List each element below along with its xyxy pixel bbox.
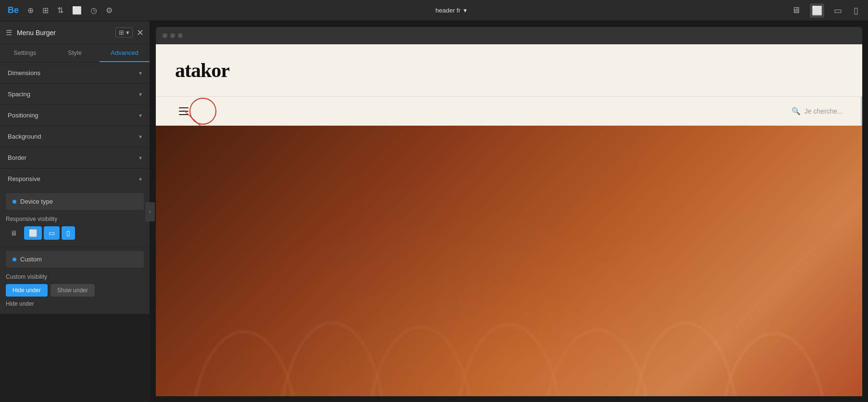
positioning-label: Positioning [8,112,38,119]
device-type-dot [13,200,16,204]
section-spacing-header[interactable]: Spacing ▾ [0,84,150,104]
top-toolbar: Be ⊕ ⊞ ⇅ ⬜ ◷ ⚙ header fr ▾ 🖥 ⬜ ▭ ▯ [0,0,868,21]
arch-decoration [156,126,862,396]
panel-title: Menu Burger [17,29,115,37]
left-panel-wrapper: ☰ Menu Burger ⊞ ▾ ✕ Settings Style [0,21,150,402]
preview-icon[interactable]: ⬜ [72,6,82,15]
custom-vis-buttons: Hide under Show under [6,284,144,297]
site-nav: 🔍 Je cherche... [156,96,862,126]
custom-dot [13,258,16,261]
dimensions-label: Dimensions [8,69,40,77]
vis-btn-desktop[interactable]: 🖥 [6,226,22,240]
tab-settings[interactable]: Settings [0,44,50,62]
device-desktop-btn[interactable]: 🖥 [790,3,802,17]
chevron-icon: ▾ [139,91,142,98]
section-border: Border ▾ [0,147,150,169]
show-under-btn[interactable]: Show under [50,284,95,297]
be-logo[interactable]: Be [8,5,19,15]
header-selector-label: header fr [435,7,460,14]
section-positioning: Positioning ▾ [0,105,150,126]
panel-collapse-toggle[interactable]: ‹ [145,202,155,221]
section-border-header[interactable]: Border ▾ [0,147,150,168]
right-border [861,97,862,126]
chevron-down-icon: ▾ [464,7,467,14]
burger-menu-btn[interactable] [175,103,192,120]
annotation-arrow [156,97,862,126]
responsive-content: Device type Responsive visibility 🖥 ⬜ ▭ … [0,189,150,246]
chevron-icon: ▾ [139,133,142,140]
layout-grid-icon: ⊞ [119,29,124,36]
chevron-icon: ▾ [139,155,142,161]
custom-label: Custom [20,256,42,263]
site-logo: atakor [175,59,843,82]
settings-icon[interactable]: ⚙ [106,6,113,15]
vis-btn-tablet-portrait[interactable]: ▭ [44,226,60,240]
section-dimensions: Dimensions ▾ [0,63,150,84]
header-selector[interactable]: header fr ▾ [435,7,466,14]
toolbar-left: Be ⊕ ⊞ ⇅ ⬜ ◷ ⚙ [8,5,113,15]
section-background-header[interactable]: Background ▾ [0,126,150,147]
section-custom: Custom Custom visibility Hide under Show… [0,247,150,314]
panel-close-btn[interactable]: ✕ [137,27,144,38]
device-type-row[interactable]: Device type [6,193,144,210]
canvas-area: atakor [150,21,868,402]
section-spacing: Spacing ▾ [0,84,150,105]
device-tablet-landscape-btn[interactable]: ⬜ [810,3,824,18]
search-placeholder[interactable]: Je cherche... [805,107,843,115]
browser-dot-2 [170,33,175,38]
tab-advanced[interactable]: Advanced [100,44,150,62]
section-dimensions-header[interactable]: Dimensions ▾ [0,63,150,83]
responsive-label: Responsive [8,175,40,182]
left-panel: ☰ Menu Burger ⊞ ▾ ✕ Settings Style [0,21,150,314]
add-element-icon[interactable]: ⊕ [27,6,34,15]
burger-line-2 [179,111,189,112]
background-label: Background [8,133,41,140]
section-positioning-header[interactable]: Positioning ▾ [0,105,150,126]
hide-under-label: Hide under [6,300,144,307]
chevron-icon: ▾ [139,176,142,182]
panel-header-actions: ⊞ ▾ ✕ [115,27,144,38]
section-background: Background ▾ [0,126,150,147]
browser-dot-1 [163,33,167,38]
device-type-label: Device type [20,198,53,205]
vis-btn-mobile[interactable]: ▯ [62,226,75,240]
visibility-buttons: 🖥 ⬜ ▭ ▯ [6,226,144,240]
custom-row[interactable]: Custom [6,251,144,268]
arrows-icon[interactable]: ⇅ [57,6,63,15]
search-area: 🔍 Je cherche... [792,107,843,116]
site-hero [156,126,862,396]
custom-content: Custom Custom visibility Hide under Show… [0,247,150,314]
chevron-icon: ▾ [139,70,142,77]
tab-style[interactable]: Style [50,44,100,62]
panel-header: ☰ Menu Burger ⊞ ▾ ✕ [0,21,150,44]
vis-btn-tablet-landscape[interactable]: ⬜ [24,226,42,240]
canvas-content: atakor [156,44,862,396]
section-responsive: Responsive ▾ Device type Responsive visi… [0,169,150,247]
svg-rect-1 [156,126,862,396]
history-icon[interactable]: ◷ [90,6,97,15]
device-mobile-btn[interactable]: ▯ [852,3,860,18]
chevron-down-icon: ▾ [126,29,129,36]
panel-layout-btn[interactable]: ⊞ ▾ [115,27,133,38]
layout-icon[interactable]: ⊞ [42,6,49,15]
burger-line-3 [179,114,189,115]
main-area: ☰ Menu Burger ⊞ ▾ ✕ Settings Style [0,21,868,402]
panel-menu-icon[interactable]: ☰ [6,28,12,37]
search-icon: 🔍 [792,107,801,116]
responsive-visibility-label: Responsive visibility [6,216,144,222]
chevron-icon: ▾ [139,112,142,119]
burger-line-1 [179,107,189,108]
custom-visibility-label: Custom visibility [6,273,144,280]
spacing-label: Spacing [8,91,30,98]
browser-dot-3 [178,33,183,38]
border-label: Border [8,154,26,161]
hide-under-btn[interactable]: Hide under [6,284,48,297]
device-tablet-portrait-btn[interactable]: ▭ [832,3,844,18]
section-responsive-header[interactable]: Responsive ▾ [0,169,150,189]
site-header: atakor [156,44,862,96]
burger-annotation-circle [189,98,216,125]
browser-chrome [156,27,862,44]
toolbar-right: 🖥 ⬜ ▭ ▯ [790,3,860,18]
panel-tabs: Settings Style Advanced [0,44,150,63]
toolbar-center: header fr ▾ [113,7,790,14]
